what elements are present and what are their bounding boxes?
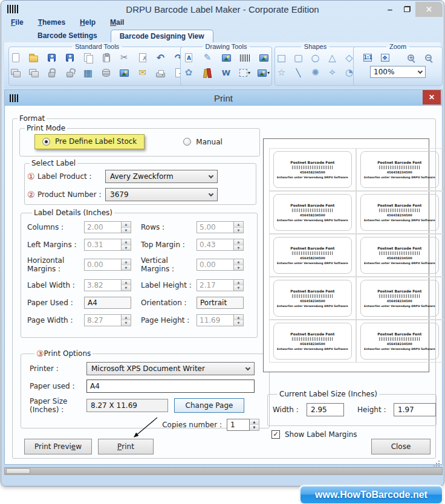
orientation-value: Portrait	[197, 297, 244, 309]
zoom-fit-icon[interactable]: ❖	[378, 51, 391, 64]
label-width-spinner: ▲▼	[122, 279, 131, 291]
zoom-one-to-one-icon[interactable]: 1:1	[361, 51, 374, 64]
barcode-tool-icon[interactable]	[239, 51, 252, 64]
top-margin-spinner: ▲▼	[234, 239, 244, 251]
width-input[interactable]: 2.95	[307, 403, 344, 416]
window-titlebar: DRPU Barcode Label Maker - Corporate Edi…	[1, 1, 444, 18]
triangle-shape-icon[interactable]: △	[326, 51, 339, 64]
page-height-spinner: ▲▼	[234, 314, 244, 326]
show-label-margins-option[interactable]: ✓ Show Label Margins	[271, 430, 357, 439]
product-number-select[interactable]: 3679	[105, 188, 218, 201]
starburst-shape-icon[interactable]: ✺	[309, 66, 322, 79]
menu-help[interactable]: Help	[80, 18, 96, 29]
columns-value: 2.00	[84, 221, 122, 233]
zoom-level-select[interactable]: 100%	[370, 66, 426, 78]
layers-icon[interactable]	[27, 66, 40, 79]
copy-icon[interactable]	[82, 51, 94, 64]
howtobarcode-badge[interactable]: www.HowToBarcode.net	[300, 486, 442, 503]
postnet-barcode	[292, 208, 333, 212]
cut-icon[interactable]: ✂	[118, 51, 131, 64]
paper-size-value: 8.27 X 11.69	[86, 399, 168, 412]
left-margins-field: 0.31▲▼	[84, 239, 131, 251]
menu-file[interactable]: File	[11, 18, 24, 29]
select-label-title: Select Label	[30, 159, 77, 167]
watermark-icon[interactable]: W	[220, 66, 233, 79]
menu-themes[interactable]: Themes	[38, 18, 65, 29]
copies-number-input[interactable]: 1	[227, 419, 250, 431]
pencil-icon[interactable]: ✎	[201, 51, 214, 64]
postnet-barcode	[379, 208, 420, 212]
minimize-button[interactable]: –	[382, 4, 398, 15]
label-cell: Postnet Barcode Font456458234500Entworfe…	[356, 234, 443, 277]
label-cell: Postnet Barcode Font456458234500Entworfe…	[269, 320, 356, 363]
rows-spinner: ▲▼	[234, 221, 244, 233]
rectangle-shape-icon[interactable]: □	[275, 51, 288, 64]
image-dropdown-icon[interactable]: ▾	[258, 66, 270, 79]
print-button[interactable]: Print	[98, 439, 154, 454]
printer-select[interactable]: Microsoft XPS Document Writer	[86, 362, 255, 375]
save-icon[interactable]	[45, 51, 58, 64]
change-page-button[interactable]: Change Page	[174, 398, 244, 413]
label-preview: Postnet Barcode Font456458234500Entworfe…	[360, 280, 439, 317]
print-preview-button[interactable]: Print Preview	[24, 439, 92, 454]
tab-barcode-settings[interactable]: Barcode Settings	[29, 30, 106, 42]
rows-value: 5.00	[197, 221, 234, 233]
horizontal-scrollbar[interactable]	[4, 467, 443, 475]
paper-used-input[interactable]: A4	[86, 380, 255, 393]
tab-barcode-designing-view[interactable]: Barcode Designing View	[111, 30, 213, 43]
text-tool-icon[interactable]	[183, 51, 195, 64]
restore-button[interactable]	[398, 6, 415, 12]
star-shape-icon[interactable]: ☆	[275, 66, 288, 79]
save-as-icon[interactable]	[63, 51, 76, 64]
undo-icon[interactable]: ↶	[154, 51, 167, 64]
printer-label: Printer :	[30, 364, 86, 373]
zoom-out-icon[interactable]: −	[422, 51, 435, 64]
step-3-marker: ③	[36, 349, 44, 358]
ellipse-shape-icon[interactable]: ○	[309, 51, 322, 64]
open-folder-icon[interactable]	[27, 51, 40, 64]
line-shape-icon[interactable]: ╲	[292, 66, 305, 79]
predefine-label-stock-option[interactable]: Pre Define Label Stock	[34, 134, 145, 149]
scrollbar-thumb[interactable]	[6, 468, 30, 474]
database-icon[interactable]	[100, 66, 112, 79]
label-preview: Postnet Barcode Font456458234500Entworfe…	[273, 280, 352, 317]
curve-shape-icon[interactable]: ✿	[183, 66, 195, 79]
unlock-icon[interactable]	[63, 66, 76, 79]
duplicate-icon[interactable]	[9, 66, 22, 79]
rounded-rect-shape-icon[interactable]: ▢	[292, 51, 305, 64]
picture-add-icon[interactable]	[258, 51, 270, 64]
restore-icon	[404, 6, 411, 12]
image-tool-icon[interactable]	[220, 51, 233, 64]
new-document-icon[interactable]	[9, 51, 22, 64]
left-margins-label: Left Margins :	[27, 241, 84, 249]
delete-icon[interactable]	[136, 51, 149, 64]
label-sheet-preview: Postnet Barcode Font456458234500Entworfe…	[263, 138, 429, 372]
label-product-select[interactable]: Avery Zweckform	[105, 170, 218, 183]
label-cell: Postnet Barcode Font456458234500Entworfe…	[356, 277, 443, 320]
manual-option[interactable]: Manual	[183, 138, 223, 146]
paste-icon[interactable]	[100, 51, 112, 64]
top-margin-value: 0.43	[197, 239, 234, 251]
dialog-close-button[interactable]: ✕	[423, 90, 441, 105]
image-export-icon[interactable]	[118, 66, 131, 79]
copies-number-label: Copies number :	[162, 421, 222, 429]
copies-spinner[interactable]: ▲▼	[250, 419, 259, 431]
page-width-label: Page Width :	[27, 316, 84, 325]
zoom-group: Zoom 1:1 ❖ + − 100%	[353, 43, 443, 86]
print-icon[interactable]	[154, 66, 167, 79]
close-window-button[interactable]: ✕	[415, 2, 443, 17]
frame-dropdown-icon[interactable]: ▾	[239, 66, 252, 79]
columns-spinner: ▲▼	[122, 221, 131, 233]
lock-icon[interactable]	[45, 66, 58, 79]
four-point-star-shape-icon[interactable]: ✧	[326, 66, 339, 79]
close-button[interactable]: Close	[371, 439, 430, 454]
zoom-in-icon[interactable]: +	[404, 51, 417, 64]
resize-grip[interactable]	[438, 460, 440, 462]
menu-bar: File Themes Help Mail	[1, 18, 444, 29]
height-input[interactable]: 1.97	[394, 403, 436, 416]
postnet-barcode	[292, 337, 333, 341]
grid-icon[interactable]: ▦	[82, 66, 94, 79]
menu-mail[interactable]: Mail	[110, 18, 124, 29]
books-icon[interactable]	[201, 66, 214, 79]
email-icon[interactable]: ✉	[136, 66, 149, 79]
